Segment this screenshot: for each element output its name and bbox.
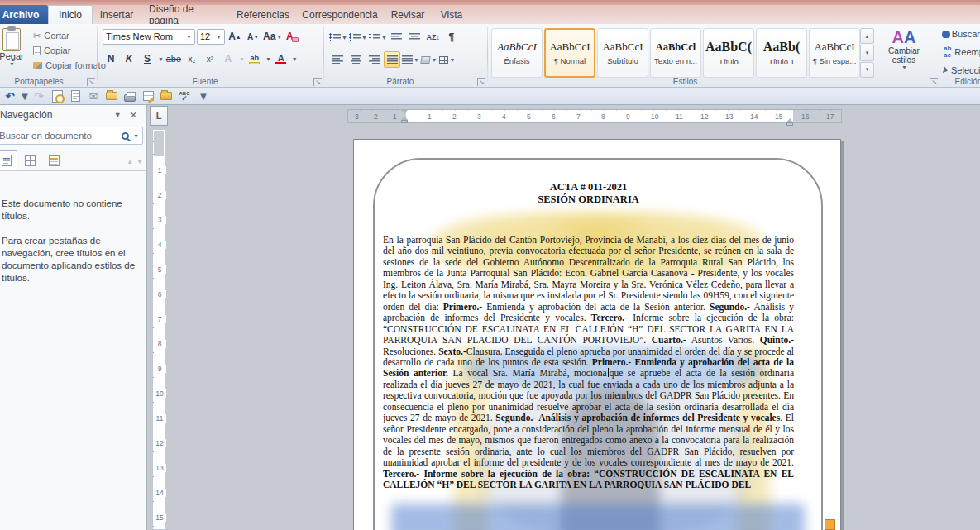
bullets-button[interactable]: ▼: [329, 29, 347, 45]
show-paragraph-marks-button[interactable]: ¶: [443, 29, 460, 45]
sort-button[interactable]: AZ↓: [425, 29, 442, 45]
new-document-icon[interactable]: [69, 89, 82, 103]
object-handle[interactable]: [825, 519, 835, 530]
style-sin-espaciado[interactable]: AaBbCcI ¶ Sin espa...: [809, 28, 860, 78]
folder-star-icon[interactable]: [160, 89, 173, 103]
font-color-dropdown[interactable]: ▼: [292, 56, 298, 62]
undo-icon[interactable]: ↶: [3, 89, 17, 103]
line-spacing-button[interactable]: ▼: [402, 51, 419, 68]
nav-tab-headings[interactable]: [0, 150, 17, 170]
paste-button[interactable]: Pegar ▼: [0, 26, 30, 79]
nav-tab-results[interactable]: [43, 150, 65, 170]
tab-referencias[interactable]: Referencias: [230, 5, 296, 24]
strikethrough-button[interactable]: abe: [165, 50, 182, 67]
tab-stop-selector[interactable]: L: [150, 106, 168, 126]
underline-dropdown[interactable]: ▼: [158, 56, 164, 62]
align-right-button[interactable]: [366, 51, 382, 68]
align-left-button[interactable]: [329, 51, 346, 68]
find-button[interactable]: Buscar: [944, 26, 980, 42]
dialog-launcher-estilos[interactable]: ↘: [930, 78, 938, 86]
style-texto-en-negrita[interactable]: AaBbCcl Texto en n...: [650, 28, 701, 78]
font-name-combo[interactable]: Times New Rom▼: [103, 29, 195, 45]
text-effects-button[interactable]: A: [220, 50, 237, 67]
ruler-number: 17: [826, 112, 834, 121]
search-input[interactable]: [0, 131, 118, 141]
decrease-indent-button[interactable]: [389, 29, 405, 45]
format-painter-button[interactable]: Copiar formato: [33, 58, 106, 73]
tab-vista[interactable]: Vista: [432, 5, 471, 24]
underline-button[interactable]: S: [139, 50, 155, 67]
ruler-number: 10: [651, 112, 658, 121]
change-styles-button[interactable]: AA Cambiar estilos ▼: [878, 28, 930, 79]
dialog-launcher-parrafo[interactable]: ↘: [477, 78, 485, 86]
copy-button[interactable]: Copiar: [33, 43, 106, 58]
styles-gallery-up[interactable]: ▲: [860, 28, 874, 44]
ruler-number: 6: [153, 290, 166, 298]
tab-inicio[interactable]: Inicio: [48, 5, 93, 24]
tab-insertar[interactable]: Insertar: [93, 5, 141, 24]
grow-font-button[interactable]: A▲: [227, 28, 243, 45]
next-result-icon[interactable]: ▼: [136, 158, 143, 165]
multilevel-list-button[interactable]: ▼: [369, 29, 387, 45]
shading-button[interactable]: ▼: [421, 51, 437, 68]
justify-button[interactable]: [384, 51, 400, 68]
vertical-ruler: 123456789101112131415: [152, 129, 165, 530]
styles-gallery-more[interactable]: ▼: [860, 62, 874, 78]
spelling-icon[interactable]: ABC✓: [178, 89, 191, 103]
tab-diseno-de-pagina[interactable]: Diseño de página: [141, 5, 230, 24]
highlight-dropdown[interactable]: ▼: [265, 56, 271, 62]
tab-correspondencia[interactable]: Correspondencia: [296, 5, 384, 24]
search-box[interactable]: ▼: [0, 127, 143, 145]
previous-result-icon[interactable]: ▲: [127, 158, 133, 165]
nav-tab-pages[interactable]: [19, 150, 41, 170]
document-page[interactable]: ACTA # 011-2021 SESIÓN ORDINARIA En la p…: [353, 139, 841, 530]
redo-icon[interactable]: ↷: [32, 89, 45, 103]
italic-button[interactable]: K: [121, 50, 137, 67]
indent-markers[interactable]: [401, 110, 409, 123]
dialog-launcher-fuente[interactable]: ↘: [313, 78, 322, 86]
edit-table-icon[interactable]: [141, 89, 155, 103]
ruler-number: 6: [552, 112, 556, 121]
search-icon[interactable]: [122, 132, 129, 140]
cut-button[interactable]: ✂ Cortar: [33, 28, 106, 43]
styles-gallery-down[interactable]: ▼: [860, 45, 874, 60]
style-titulo[interactable]: AaBbC( Título: [703, 28, 754, 78]
clear-formatting-button[interactable]: A: [284, 28, 300, 45]
highlight-color-swatch: [249, 62, 260, 64]
subscript-button[interactable]: x₂: [184, 50, 200, 67]
document-text[interactable]: ACTA # 011-2021 SESIÓN ORDINARIA En la p…: [383, 181, 794, 490]
pane-options-dropdown-icon[interactable]: ▼: [110, 111, 126, 119]
replace-button[interactable]: abac Reemplazar: [944, 44, 980, 60]
tab-revisar[interactable]: Revisar: [384, 5, 432, 24]
right-indent-marker[interactable]: [786, 117, 793, 126]
highlight-color-button[interactable]: ab: [246, 50, 263, 67]
undo-dropdown-icon[interactable]: ▼: [22, 89, 27, 103]
style-subtitulo[interactable]: AaBbCcI Subtítulo: [597, 28, 648, 78]
shrink-font-button[interactable]: A▼: [245, 28, 261, 45]
tab-archivo[interactable]: Archivo: [0, 5, 48, 24]
style-titulo-1[interactable]: AaBb( Título 1: [756, 28, 807, 78]
bold-button[interactable]: N: [103, 50, 119, 67]
close-icon[interactable]: ✕: [126, 110, 141, 121]
borders-button[interactable]: ▼: [439, 51, 456, 68]
binoculars-icon: [944, 31, 949, 38]
print-preview-icon[interactable]: [50, 89, 64, 103]
align-center-button[interactable]: [347, 51, 364, 68]
open-folder-icon[interactable]: [105, 89, 118, 103]
quick-print-icon[interactable]: [123, 89, 136, 103]
email-icon[interactable]: ✉: [87, 89, 100, 103]
dialog-launcher-portapapeles[interactable]: ↘: [87, 78, 95, 86]
change-case-button[interactable]: Aa▼: [263, 28, 282, 45]
style-enfasis[interactable]: AaBbCcI Énfasis: [491, 28, 543, 78]
document-body[interactable]: En la parroquia San Plácido del Cantón P…: [383, 235, 794, 490]
numbering-button[interactable]: ▼: [349, 29, 367, 45]
select-button[interactable]: Seleccionar: [944, 62, 980, 79]
search-options-dropdown-icon[interactable]: ▼: [133, 133, 139, 139]
font-color-button[interactable]: A: [273, 50, 289, 67]
increase-indent-button[interactable]: [407, 29, 423, 45]
superscript-button[interactable]: x²: [202, 50, 218, 67]
customize-qat-icon[interactable]: ▼: [197, 89, 210, 103]
font-size-combo[interactable]: 12▼: [197, 29, 225, 45]
paste-icon: [2, 28, 21, 51]
style-normal[interactable]: AaBbCcI ¶ Normal: [544, 28, 595, 78]
